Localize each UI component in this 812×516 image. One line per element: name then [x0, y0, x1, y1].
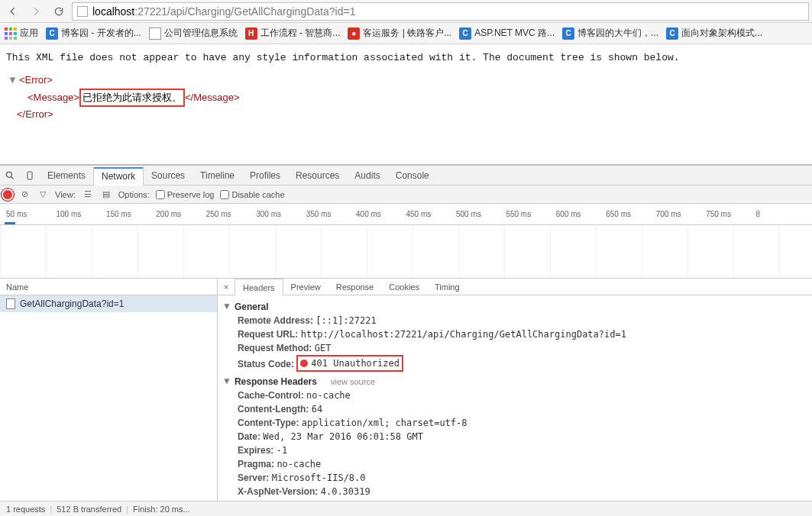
disable-cache-checkbox[interactable]: Disable cache: [220, 190, 284, 199]
svg-rect-1: [27, 172, 32, 179]
inspect-icon[interactable]: [0, 166, 20, 185]
site-icon: C: [46, 27, 58, 40]
xml-tag: </Message>: [185, 92, 240, 103]
page-icon: [77, 6, 88, 17]
timeline-ruler[interactable]: 50 ms 100 ms 150 ms 200 ms 250 ms 300 ms…: [0, 204, 812, 225]
xml-tag: <Message>: [27, 92, 79, 103]
filter-icon[interactable]: ▽: [37, 189, 49, 199]
waterfall-area[interactable]: [0, 225, 812, 279]
highlight-box: 401 Unauthorized: [296, 355, 403, 372]
section-response-headers[interactable]: ▼Response Headersview source: [222, 375, 807, 389]
requests-header[interactable]: Name: [0, 279, 217, 295]
record-button[interactable]: [3, 190, 12, 199]
xml-tag: </Error>: [17, 108, 53, 120]
tab-elements[interactable]: Elements: [40, 166, 93, 185]
svg-point-0: [6, 172, 11, 177]
page-content: This XML file does not appear to have an…: [0, 44, 812, 164]
tab-audits[interactable]: Audits: [347, 166, 387, 185]
close-details-button[interactable]: ×: [218, 282, 235, 292]
reload-button[interactable]: [49, 2, 69, 21]
device-icon[interactable]: [20, 166, 40, 185]
forward-button[interactable]: [26, 2, 46, 21]
subtab-preview[interactable]: Preview: [283, 279, 328, 295]
transferred-size: 512 B transferred: [57, 505, 121, 514]
devtools-status-bar: 1 requests | 512 B transferred | Finish:…: [0, 501, 812, 516]
request-row[interactable]: GetAllChargingData?id=1: [0, 295, 217, 312]
url-host: localhost:27221/api/Charging/GetAllCharg…: [92, 5, 355, 18]
subtab-cookies[interactable]: Cookies: [381, 279, 427, 295]
view-frame-icon[interactable]: ▤: [100, 189, 112, 199]
address-bar[interactable]: localhost:27221/api/Charging/GetAllCharg…: [72, 2, 809, 21]
back-button[interactable]: [3, 2, 23, 21]
subtab-timing[interactable]: Timing: [427, 279, 467, 295]
bookmark-4[interactable]: CASP.NET MVC 路...: [459, 27, 555, 40]
bookmark-0[interactable]: C博客园 - 开发者的...: [46, 27, 141, 40]
bookmark-2[interactable]: H工作流程 - 智慧商...: [245, 27, 341, 40]
request-url-label: Request URL:: [238, 329, 298, 340]
site-icon: C: [459, 27, 471, 40]
view-label: View:: [55, 190, 76, 199]
chevron-down-icon: ▼: [222, 376, 231, 386]
request-name: GetAllChargingData?id=1: [20, 298, 124, 309]
site-icon: ●: [348, 27, 360, 40]
requests-count: 1 requests: [6, 505, 45, 514]
site-icon: H: [245, 27, 257, 40]
chevron-down-icon: ▼: [222, 301, 231, 311]
subtab-response[interactable]: Response: [328, 279, 382, 295]
request-method-label: Request Method:: [238, 343, 312, 353]
tab-sources[interactable]: Sources: [144, 166, 192, 185]
bookmarks-bar: 应用 C博客园 - 开发者的... 公司管理信息系统 H工作流程 - 智慧商..…: [0, 23, 812, 44]
highlight-box: 已拒绝为此请求授权。: [79, 89, 185, 108]
file-icon: [6, 298, 15, 309]
tab-profiles[interactable]: Profiles: [242, 166, 288, 185]
apps-button[interactable]: 应用: [5, 27, 38, 40]
xml-notice: This XML file does not appear to have an…: [6, 50, 806, 66]
tab-timeline[interactable]: Timeline: [192, 166, 242, 185]
status-dot-icon: [300, 360, 308, 367]
view-source-link[interactable]: view source: [331, 377, 375, 386]
bookmark-6[interactable]: C面向对象架构模式...: [666, 27, 762, 40]
request-url-value: http://localhost:27221/api/Charging/GetA…: [301, 329, 626, 340]
xml-message-text: 已拒绝为此请求授权。: [82, 92, 182, 103]
clear-icon[interactable]: ⊘: [18, 189, 31, 199]
remote-address-value: [::1]:27221: [315, 315, 376, 326]
site-icon: C: [666, 27, 678, 40]
remote-address-label: Remote Address:: [238, 315, 313, 326]
view-list-icon[interactable]: ☰: [82, 189, 94, 199]
subtab-headers[interactable]: Headers: [235, 279, 283, 295]
xml-tag: <Error>: [19, 74, 53, 85]
section-general[interactable]: ▼General: [222, 300, 807, 314]
doc-icon: [149, 27, 161, 40]
options-label: Options:: [118, 190, 150, 199]
status-code-label: Status Code:: [238, 359, 294, 369]
devtools: Elements Network Sources Timeline Profil…: [0, 164, 812, 516]
tab-network[interactable]: Network: [93, 166, 144, 185]
timeline-marker: [5, 222, 15, 224]
bookmark-5[interactable]: C博客园的大牛们，...: [562, 27, 658, 40]
tab-resources[interactable]: Resources: [288, 166, 347, 185]
request-method-value: GET: [315, 343, 332, 353]
bookmark-3[interactable]: ●客运服务 | 铁路客户...: [348, 27, 451, 40]
finish-time: Finish: 20 ms...: [133, 505, 190, 514]
status-code-value: 401 Unauthorized: [311, 356, 400, 370]
preserve-log-checkbox[interactable]: Preserve log: [156, 190, 215, 199]
bookmark-1[interactable]: 公司管理信息系统: [149, 27, 238, 40]
tab-console[interactable]: Console: [388, 166, 437, 185]
grid-icon: [5, 27, 17, 40]
site-icon: C: [562, 27, 574, 40]
collapse-icon[interactable]: ▼: [8, 74, 18, 85]
